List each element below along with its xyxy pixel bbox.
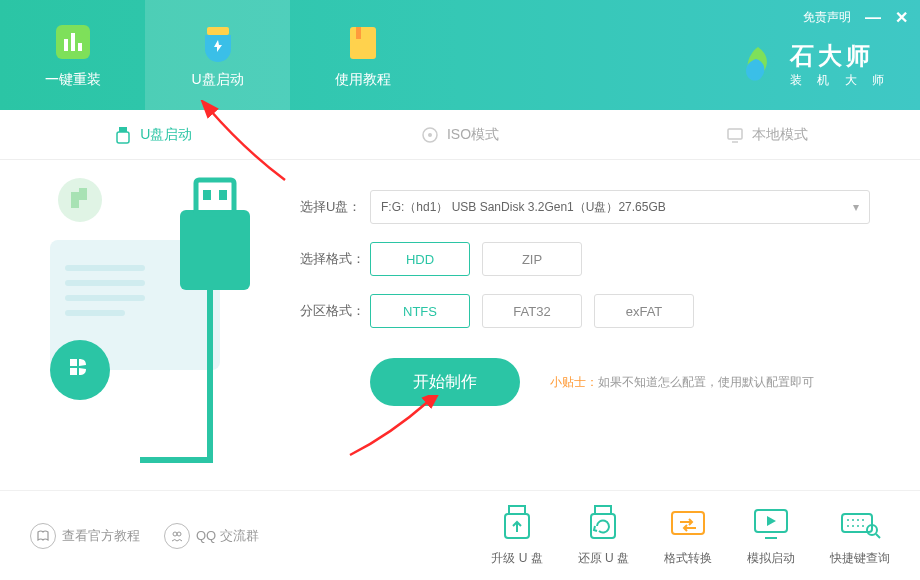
people-circle-icon [164, 523, 190, 549]
book-circle-icon [30, 523, 56, 549]
svg-rect-19 [180, 210, 250, 290]
tip-text: 小贴士：如果不知道怎么配置，使用默认配置即可 [550, 374, 814, 391]
disclaimer-link[interactable]: 免责声明 [803, 9, 851, 26]
svg-rect-5 [350, 27, 376, 59]
svg-point-10 [428, 133, 432, 137]
minimize-button[interactable]: — [865, 9, 881, 27]
main-content: 选择U盘： F:G:（hd1） USB SanDisk 3.2Gen1（U盘）2… [0, 160, 920, 406]
nav-usb-boot[interactable]: U盘启动 [145, 0, 290, 110]
usb-up-icon [495, 504, 539, 544]
select-format-label: 选择格式： [300, 250, 370, 268]
tool-hotkey-lookup[interactable]: 快捷键查询 [830, 504, 890, 567]
monitor-icon [726, 126, 744, 144]
partition-option-exfat[interactable]: exFAT [594, 294, 694, 328]
svg-rect-26 [509, 506, 525, 514]
window-controls: 免责声明 — ✕ [803, 8, 908, 27]
tip-label: 小贴士： [550, 375, 598, 389]
svg-point-25 [177, 532, 181, 536]
brand-logo-icon [736, 43, 780, 87]
qq-group-link[interactable]: QQ 交流群 [164, 523, 259, 549]
svg-rect-16 [65, 295, 145, 301]
nav-tutorial[interactable]: 使用教程 [290, 0, 435, 110]
svg-line-37 [876, 534, 880, 538]
brand-title: 石大师 [790, 40, 890, 72]
select-udisk-label: 选择U盘： [300, 198, 370, 216]
svg-rect-11 [728, 129, 742, 139]
udisk-select[interactable]: F:G:（hd1） USB SanDisk 3.2Gen1（U盘）27.65GB… [370, 190, 870, 224]
close-button[interactable]: ✕ [895, 8, 908, 27]
svg-rect-2 [71, 33, 75, 51]
iso-icon [421, 126, 439, 144]
svg-rect-15 [65, 280, 145, 286]
partition-format-label: 分区格式： [300, 302, 370, 320]
tab-usb-boot[interactable]: U盘启动 [0, 110, 307, 159]
usb-icon [114, 126, 132, 144]
svg-point-24 [173, 532, 177, 536]
keyboard-search-icon [838, 504, 882, 544]
svg-rect-21 [203, 190, 211, 200]
svg-rect-22 [219, 190, 227, 200]
tool-simulate-boot[interactable]: 模拟启动 [747, 504, 795, 567]
format-option-hdd[interactable]: HDD [370, 242, 470, 276]
tab-iso-mode[interactable]: ISO模式 [307, 110, 614, 159]
mode-tabs: U盘启动 ISO模式 本地模式 [0, 110, 920, 160]
nav-label: 一键重装 [45, 71, 101, 89]
partition-option-ntfs[interactable]: NTFS [370, 294, 470, 328]
usb-illustration [40, 170, 260, 470]
svg-rect-28 [595, 506, 611, 514]
start-button[interactable]: 开始制作 [370, 358, 520, 406]
svg-rect-8 [117, 132, 129, 143]
monitor-play-icon [749, 504, 793, 544]
format-option-zip[interactable]: ZIP [482, 242, 582, 276]
svg-rect-20 [196, 180, 234, 214]
brand: 石大师 装 机 大 师 [736, 40, 890, 89]
udisk-value: F:G:（hd1） USB SanDisk 3.2Gen1（U盘）27.65GB [381, 199, 666, 216]
chevron-down-icon: ▾ [853, 200, 859, 214]
svg-rect-17 [65, 310, 125, 316]
svg-rect-14 [65, 265, 145, 271]
tab-label: ISO模式 [447, 126, 499, 144]
usb-shield-icon [197, 21, 239, 63]
bar-chart-icon [52, 21, 94, 63]
footer: 查看官方教程 QQ 交流群 升级 U 盘 还原 U 盘 格式转换 模拟启动 快捷… [0, 490, 920, 580]
convert-icon [666, 504, 710, 544]
nav-label: U盘启动 [191, 71, 243, 89]
tab-local-mode[interactable]: 本地模式 [613, 110, 920, 159]
svg-rect-6 [356, 27, 361, 39]
svg-rect-4 [207, 27, 229, 35]
svg-rect-3 [78, 43, 82, 51]
tool-restore-usb[interactable]: 还原 U 盘 [578, 504, 629, 567]
usb-refresh-icon [581, 504, 625, 544]
nav-reinstall[interactable]: 一键重装 [0, 0, 145, 110]
partition-option-fat32[interactable]: FAT32 [482, 294, 582, 328]
svg-rect-1 [64, 39, 68, 51]
book-icon [342, 21, 384, 63]
tutorial-link[interactable]: 查看官方教程 [30, 523, 140, 549]
nav-label: 使用教程 [335, 71, 391, 89]
tab-label: U盘启动 [140, 126, 192, 144]
brand-subtitle: 装 机 大 师 [790, 72, 890, 89]
tool-upgrade-usb[interactable]: 升级 U 盘 [491, 504, 542, 567]
tool-format-convert[interactable]: 格式转换 [664, 504, 712, 567]
header: 一键重装 U盘启动 使用教程 免责声明 — ✕ 石大师 装 机 大 师 [0, 0, 920, 110]
tab-label: 本地模式 [752, 126, 808, 144]
